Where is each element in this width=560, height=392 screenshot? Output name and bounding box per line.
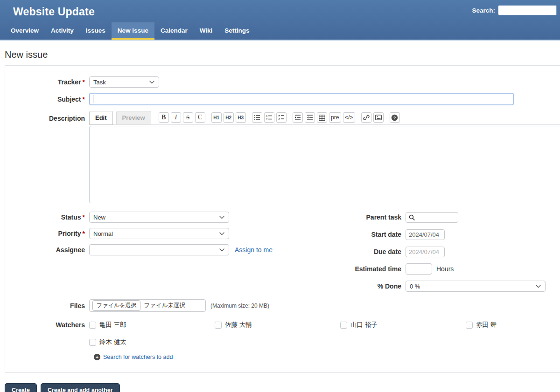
- assign-to-me-link[interactable]: Assign to me: [235, 246, 273, 254]
- task-list-button[interactable]: [276, 112, 287, 123]
- watcher-name: 佐藤 大輔: [225, 321, 252, 329]
- table-icon: [319, 115, 325, 121]
- parent-task-row: Parent task: [294, 212, 560, 223]
- preformatted-button[interactable]: pre: [329, 112, 341, 123]
- code-block-button[interactable]: </>: [343, 112, 355, 123]
- chevron-down-icon: [219, 232, 224, 235]
- watcher-name: 亀田 三郎: [99, 321, 126, 329]
- help-button[interactable]: ?: [390, 112, 400, 123]
- page-title: New issue: [5, 49, 560, 60]
- bullet-list-icon: [254, 114, 260, 121]
- required-asterisk: *: [83, 96, 85, 103]
- heading3-button[interactable]: H3: [236, 112, 246, 123]
- priority-label: Priority*: [5, 228, 89, 239]
- watcher-item[interactable]: 赤田 舞: [466, 321, 560, 329]
- max-size-hint: (Maximum size: 20 MB): [210, 303, 269, 309]
- chevron-down-icon: [219, 216, 224, 219]
- outdent-button[interactable]: [305, 112, 315, 123]
- start-date-label: Start date: [294, 229, 406, 240]
- priority-select[interactable]: Normal: [89, 228, 229, 239]
- assignee-label: Assignee: [5, 244, 89, 255]
- link-button[interactable]: [361, 112, 371, 123]
- required-asterisk: *: [83, 230, 85, 237]
- numbered-list-button[interactable]: 12: [264, 112, 274, 123]
- bold-button[interactable]: B: [159, 112, 169, 123]
- estimated-time-row: Estimated time Hours: [294, 263, 560, 275]
- priority-row: Priority* Normal: [5, 228, 294, 239]
- start-date-row: Start date: [294, 229, 560, 240]
- assignee-select[interactable]: [89, 244, 229, 255]
- tab-calendar[interactable]: Calendar: [154, 22, 194, 40]
- done-ratio-label: % Done: [294, 281, 406, 292]
- file-input-control[interactable]: ファイルを選択 ファイル未選択: [89, 299, 206, 312]
- status-label: Status*: [5, 212, 89, 223]
- svg-text:2: 2: [266, 118, 268, 121]
- search-label: Search:: [472, 7, 495, 14]
- italic-button[interactable]: I: [171, 112, 181, 123]
- watcher-checkbox[interactable]: [215, 322, 222, 329]
- watchers-grid: 亀田 三郎 佐藤 大輔 山口 裕子 赤田 舞 鈴木 健太: [89, 319, 560, 346]
- indent-button[interactable]: [293, 112, 303, 123]
- inline-code-button[interactable]: C: [195, 112, 205, 123]
- table-button[interactable]: [317, 112, 327, 123]
- chevron-down-icon: [536, 285, 541, 288]
- create-and-add-another-button[interactable]: Create and add another: [41, 383, 120, 392]
- watcher-item[interactable]: 佐藤 大輔: [215, 321, 340, 329]
- editor-tab-edit[interactable]: Edit: [89, 111, 113, 125]
- subject-row: Subject*: [5, 93, 560, 105]
- start-date-input[interactable]: [406, 229, 445, 240]
- subject-field-wrap: [89, 93, 514, 105]
- create-button[interactable]: Create: [5, 383, 37, 392]
- watcher-checkbox[interactable]: [466, 322, 473, 329]
- tab-wiki[interactable]: Wiki: [194, 22, 219, 40]
- bullet-list-button[interactable]: [252, 112, 262, 123]
- chevron-down-icon: [219, 248, 224, 252]
- strikethrough-button[interactable]: S: [183, 112, 193, 123]
- watcher-name: 山口 裕子: [350, 321, 378, 329]
- parent-task-label: Parent task: [294, 212, 406, 223]
- watcher-item[interactable]: 山口 裕子: [340, 321, 466, 329]
- tab-settings[interactable]: Settings: [218, 22, 255, 40]
- tracker-select[interactable]: Task: [89, 76, 159, 88]
- search-watchers-link[interactable]: Search for watchers to add: [103, 354, 173, 360]
- heading2-button[interactable]: H2: [224, 112, 234, 123]
- estimated-time-input[interactable]: [406, 263, 432, 275]
- image-button[interactable]: [373, 112, 384, 123]
- task-list-icon: [278, 114, 285, 121]
- priority-select-value: Normal: [93, 230, 113, 237]
- attributes-left-column: Status* New Priority* Normal: [5, 212, 294, 298]
- watcher-item[interactable]: 亀田 三郎: [89, 321, 215, 329]
- description-row: Description Edit Preview B I S C H1 H2 H…: [5, 110, 560, 205]
- add-plus-icon: +: [94, 354, 100, 360]
- files-row: Files ファイルを選択 ファイル未選択 (Maximum size: 20 …: [5, 299, 560, 312]
- done-ratio-row: % Done 0 %: [294, 281, 560, 292]
- tab-overview[interactable]: Overview: [5, 22, 45, 40]
- choose-file-button[interactable]: ファイルを選択: [92, 300, 140, 311]
- required-asterisk: *: [83, 78, 85, 86]
- form-actions: Create Create and add another: [5, 383, 560, 392]
- svg-text:?: ?: [393, 115, 396, 120]
- watcher-checkbox[interactable]: [89, 322, 96, 329]
- watchers-label: Watchers: [5, 319, 89, 330]
- subject-label: Subject*: [5, 94, 89, 105]
- watcher-name: 赤田 舞: [476, 321, 497, 329]
- tab-new-issue[interactable]: New issue: [112, 22, 154, 40]
- watcher-checkbox[interactable]: [89, 339, 96, 346]
- editor-tab-preview[interactable]: Preview: [116, 111, 151, 125]
- tab-issues[interactable]: Issues: [80, 22, 112, 40]
- due-date-input[interactable]: [406, 247, 445, 257]
- watcher-name: 鈴木 健太: [99, 338, 126, 346]
- status-select[interactable]: New: [89, 212, 229, 223]
- watcher-checkbox[interactable]: [340, 322, 347, 329]
- done-ratio-select[interactable]: 0 %: [406, 281, 546, 292]
- tab-activity[interactable]: Activity: [45, 22, 80, 40]
- description-editor: Edit Preview B I S C H1 H2 H3 12: [89, 110, 560, 205]
- watchers-row: Watchers 亀田 三郎 佐藤 大輔 山口 裕子 赤田 舞 鈴木 健太: [5, 319, 560, 346]
- search-input[interactable]: [498, 5, 557, 15]
- heading1-button[interactable]: H1: [211, 112, 222, 123]
- subject-input[interactable]: [89, 93, 514, 105]
- add-watcher-row: + Search for watchers to add: [94, 354, 560, 360]
- description-textarea[interactable]: [89, 126, 560, 203]
- assignee-row: Assignee Assign to me: [5, 244, 294, 255]
- watcher-item[interactable]: 鈴木 健太: [89, 338, 215, 346]
